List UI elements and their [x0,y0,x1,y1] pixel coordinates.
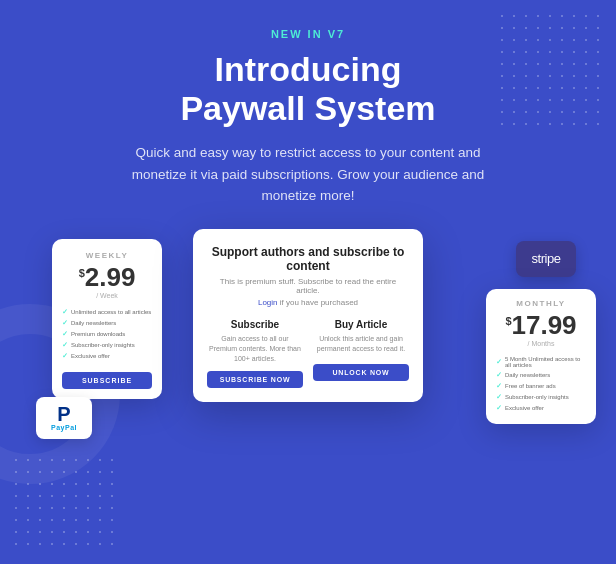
main-title: Introducing Paywall System [180,50,435,128]
paywall-modal: Support authors and subscribe to content… [193,229,423,402]
stripe-label: stripe [532,251,561,266]
stripe-badge: stripe [516,241,576,277]
monthly-feature-4: Subscriber-only insights [496,392,586,403]
page-content: NEW IN V7 Introducing Paywall System Qui… [0,0,616,489]
monthly-pricing-card: MONTHLY $ 17.99 / Months 5 Month Unlimit… [486,289,596,424]
weekly-feature-4: Subscriber-only insights [62,340,152,351]
paypal-logo: P PayPal [51,404,77,431]
subscribe-now-button[interactable]: SUBSCRIBE NOW [207,371,303,388]
weekly-features: Unlimited access to all articles Daily n… [62,307,152,362]
monthly-feature-3: Free of banner ads [496,381,586,392]
login-link[interactable]: Login [258,298,278,307]
weekly-feature-3: Premium downloads [62,329,152,340]
subscribe-option-title: Subscribe [207,319,303,330]
subscribe-option: Subscribe Gain access to all our Premium… [207,319,303,388]
monthly-period: / Months [496,340,586,347]
weekly-feature-5: Exclusive offer [62,351,152,362]
buy-article-option-title: Buy Article [313,319,409,330]
weekly-card-label: WEEKLY [62,251,152,260]
monthly-feature-5: Exclusive offer [496,403,586,414]
subscribe-option-desc: Gain access to all our Premium contents.… [207,334,303,363]
monthly-card-label: MONTHLY [496,299,586,308]
modal-options-row: Subscribe Gain access to all our Premium… [207,319,409,388]
weekly-subscribe-button[interactable]: SUBSCRIBE [62,372,152,389]
buy-article-option-desc: Unlock this article and gain permanent a… [313,334,409,356]
monthly-feature-2: Daily newsletters [496,370,586,381]
paypal-badge: P PayPal [36,397,92,439]
version-badge: NEW IN V7 [271,28,345,40]
login-suffix: if you have purchased [278,298,359,307]
monthly-feature-1: 5 Month Unlimited access to all articles [496,355,586,370]
monthly-price: 17.99 [512,312,577,338]
modal-description: This is premium stuff. Subscribe to read… [207,277,409,295]
monthly-price-row: $ 17.99 [496,312,586,338]
modal-title: Support authors and subscribe to content [207,245,409,273]
weekly-pricing-card: WEEKLY $ 2.99 / Week Unlimited access to… [52,239,162,399]
weekly-period: / Week [62,292,152,299]
buy-article-option: Buy Article Unlock this article and gain… [313,319,409,388]
paypal-p-icon: P [57,404,70,424]
modal-login-line: Login if you have purchased [207,298,409,307]
weekly-feature-1: Unlimited access to all articles [62,307,152,318]
subtitle-text: Quick and easy way to restrict access to… [118,142,498,207]
weekly-price: 2.99 [85,264,136,290]
monthly-features: 5 Month Unlimited access to all articles… [496,355,586,414]
paypal-label: PayPal [51,424,77,431]
cards-area: WEEKLY $ 2.99 / Week Unlimited access to… [0,229,616,489]
weekly-price-row: $ 2.99 [62,264,152,290]
weekly-feature-2: Daily newsletters [62,318,152,329]
unlock-now-button[interactable]: UNLOCK NOW [313,364,409,381]
